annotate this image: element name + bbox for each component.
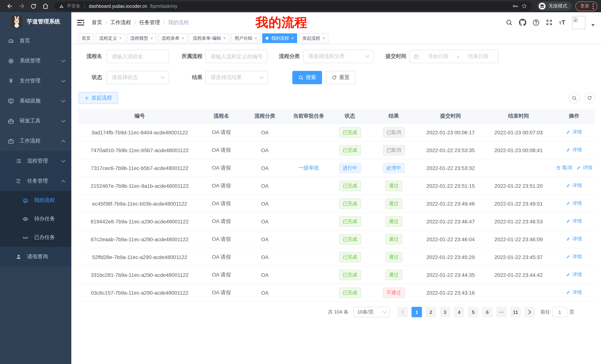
refresh-table-icon[interactable] bbox=[584, 92, 595, 104]
tag-home[interactable]: 首页 bbox=[78, 33, 94, 43]
back-icon[interactable] bbox=[6, 2, 13, 10]
detail-button[interactable]: 详情 bbox=[566, 289, 582, 296]
close-icon[interactable]: × bbox=[322, 36, 325, 40]
detail-button[interactable]: 详情 bbox=[566, 271, 582, 278]
show-search-toggle-icon[interactable] bbox=[569, 92, 580, 104]
page-button-6[interactable]: 6 bbox=[482, 307, 492, 317]
url-path: /bpm/task/my bbox=[150, 3, 177, 9]
close-icon[interactable]: × bbox=[119, 36, 122, 40]
page-button-5[interactable]: 5 bbox=[468, 307, 478, 317]
detail-button[interactable]: 详情 bbox=[566, 182, 582, 189]
sidebar-item-devtools[interactable]: 研发工具 bbox=[0, 111, 71, 131]
close-icon[interactable]: × bbox=[254, 36, 257, 40]
plus-icon bbox=[84, 96, 89, 100]
close-icon[interactable]: × bbox=[223, 36, 226, 40]
sidebar-item-payment[interactable]: ¥ 支付管理 bbox=[0, 71, 71, 91]
table-row: 7317cec6-7b9b-11ec-b5b7-acde48001122 OA … bbox=[78, 159, 595, 177]
create-process-button[interactable]: 发起流程 bbox=[78, 92, 118, 104]
address-bar[interactable]: 不安全 dashboard.yudao.iocoder.cn/bpm/task/… bbox=[54, 1, 532, 11]
page-size-select[interactable]: 10条/页 bbox=[354, 307, 390, 317]
tag-user-group[interactable]: 用户分组× bbox=[231, 33, 260, 43]
navbar-actions: TT bbox=[506, 16, 595, 29]
status-select[interactable]: 请选择状态 bbox=[107, 71, 169, 84]
sidebar-item-home[interactable]: 首页 bbox=[0, 31, 71, 51]
process-definition-input[interactable] bbox=[205, 50, 268, 63]
home-icon[interactable] bbox=[42, 2, 49, 10]
category-select[interactable]: 请选择流程分类 bbox=[303, 50, 374, 63]
page-button-1[interactable]: 1 bbox=[411, 307, 422, 317]
detail-button[interactable]: 详情 bbox=[566, 254, 582, 260]
breadcrumb-item[interactable]: 首页 bbox=[92, 19, 102, 26]
detail-button[interactable]: 详情 bbox=[566, 147, 582, 153]
update-button[interactable]: 更新 bbox=[575, 1, 597, 11]
font-size-icon[interactable]: TT bbox=[559, 19, 565, 26]
tag-my-process[interactable]: 我的流程× bbox=[262, 33, 297, 43]
page-button-3[interactable]: 3 bbox=[440, 307, 450, 317]
page-button-2[interactable]: 2 bbox=[426, 307, 436, 317]
edit-icon bbox=[566, 219, 571, 224]
address-divider bbox=[84, 3, 85, 9]
github-icon[interactable] bbox=[519, 19, 526, 26]
breadcrumb-item[interactable]: 工作流程 bbox=[110, 19, 131, 26]
submit-time-range-picker[interactable]: 开始日期 - 结束日期 bbox=[409, 50, 499, 63]
breadcrumb-separator: / bbox=[134, 19, 136, 25]
goto-label: 前往 bbox=[541, 309, 550, 315]
page-button-4[interactable]: 4 bbox=[454, 307, 464, 317]
status-badge: 已完成 bbox=[339, 287, 361, 298]
tag-process-form-edit[interactable]: 流程表单-编辑× bbox=[190, 33, 229, 43]
detail-button[interactable]: 详情 bbox=[566, 236, 582, 242]
close-icon[interactable]: × bbox=[150, 36, 153, 40]
avatar[interactable] bbox=[572, 16, 585, 29]
tag-process-definition[interactable]: 流程定义× bbox=[96, 33, 125, 43]
sidebar-item-system[interactable]: 系统管理 bbox=[0, 51, 71, 71]
table-row: 3ad174fb-7b9d-11ec-8404-acde48001122 OA … bbox=[78, 123, 595, 141]
close-icon[interactable]: × bbox=[182, 36, 184, 40]
sidebar-item-my-process[interactable]: 我的流程 bbox=[0, 191, 71, 210]
reload-icon[interactable] bbox=[30, 2, 37, 10]
process-name-input[interactable] bbox=[107, 50, 169, 63]
fullscreen-icon[interactable] bbox=[546, 19, 553, 26]
avatar-caret-icon[interactable] bbox=[591, 24, 595, 26]
forward-icon[interactable] bbox=[18, 2, 25, 10]
table-row: 819442e8-7b9a-11ec-a290-acde48001122 OA … bbox=[78, 212, 595, 230]
breadcrumb-item[interactable]: 任务管理 bbox=[139, 19, 160, 26]
chevron-down-icon bbox=[61, 59, 65, 62]
close-icon[interactable]: × bbox=[291, 36, 294, 40]
bookmark-star-icon[interactable] bbox=[521, 3, 527, 9]
goto-page-input[interactable] bbox=[552, 307, 567, 317]
key-icon[interactable] bbox=[512, 3, 519, 9]
help-icon[interactable] bbox=[532, 19, 540, 26]
incognito-icon bbox=[538, 2, 546, 10]
cancel-button[interactable]: 取消 bbox=[556, 164, 572, 171]
tag-process-model[interactable]: 流程模型× bbox=[127, 33, 156, 43]
sidebar-item-leave-query[interactable]: 请假查询 bbox=[0, 247, 71, 267]
more-pages-button[interactable]: ··· bbox=[496, 307, 507, 317]
browser-menu-kebab-icon[interactable] bbox=[592, 3, 594, 9]
reset-button[interactable]: 重置 bbox=[326, 71, 355, 84]
search-button[interactable]: 搜索 bbox=[292, 71, 322, 84]
tag-start-process[interactable]: 发起流程× bbox=[299, 33, 328, 43]
detail-button[interactable]: 详情 bbox=[566, 129, 582, 136]
search-icon[interactable] bbox=[506, 19, 513, 26]
current-task-link[interactable]: 一级审批 bbox=[298, 164, 319, 171]
sidebar-item-task-mgmt[interactable]: 任务管理 bbox=[0, 171, 71, 191]
sidebar-item-infra[interactable]: 基础设施 bbox=[0, 91, 71, 111]
sidebar-item-process-mgmt[interactable]: 流程管理 bbox=[0, 151, 71, 171]
breadcrumb-item-current: 我的流程 bbox=[168, 19, 189, 26]
sidebar-item-done-tasks[interactable]: 已办任务 bbox=[0, 228, 71, 247]
detail-button[interactable]: 详情 bbox=[566, 218, 582, 225]
prev-page-button[interactable] bbox=[397, 307, 408, 317]
chevron-down-icon bbox=[365, 55, 370, 58]
sidebar-item-workflow[interactable]: 工作流程 bbox=[0, 131, 71, 151]
sidebar-fold-icon[interactable] bbox=[76, 18, 85, 27]
detail-button[interactable]: 详情 bbox=[576, 164, 592, 171]
edit-icon bbox=[566, 183, 571, 188]
sidebar-item-todo-tasks[interactable]: 待办任务 bbox=[0, 210, 71, 228]
next-page-button[interactable] bbox=[524, 307, 535, 317]
result-select[interactable]: 请选择流结果 bbox=[205, 71, 268, 84]
result-badge: 不通过 bbox=[383, 287, 405, 298]
page-button-11[interactable]: 11 bbox=[510, 307, 521, 317]
tag-process-form[interactable]: 流程表单× bbox=[158, 33, 188, 43]
table-row: 67c2eaab-7b9a-11ec-a290-acde48001122 OA … bbox=[78, 230, 595, 248]
detail-button[interactable]: 详情 bbox=[566, 200, 582, 207]
